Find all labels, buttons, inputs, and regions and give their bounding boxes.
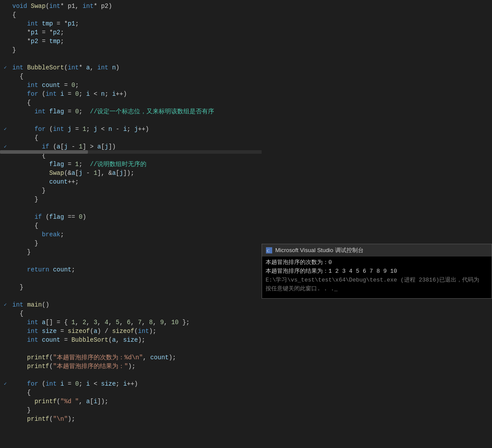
code-text: int BubbleSort(int* a, int n) — [11, 63, 120, 72]
code-line — [0, 116, 492, 125]
code-line — [0, 371, 492, 379]
line-gutter: ✓ — [0, 125, 11, 134]
code-text: printf("本趟冒泡排序的次数为：%d\n", count); — [11, 353, 176, 362]
console-line: 本趟冒泡排序的次数为：0 — [266, 258, 488, 267]
line-gutter: ✓ — [0, 379, 11, 388]
code-line: int count = BubbleSort(a, size); — [0, 336, 492, 344]
code-line — [0, 54, 492, 63]
console-window: C Microsoft Visual Studio 调试控制台 本趟冒泡排序的次… — [262, 244, 492, 299]
code-line: ✓ if (a[j - 1] > a[j]) — [0, 142, 492, 151]
console-line: E:\学习\vs_test\test\x64\Debug\test.exe (进… — [266, 276, 488, 285]
code-text: void Swap(int* p1, int* p2) — [11, 2, 112, 11]
code-text: *p1 = *p2; — [11, 28, 64, 37]
code-line: { — [0, 388, 492, 397]
code-text: if (flag == 0) — [11, 213, 86, 221]
code-text: break; — [11, 230, 64, 239]
code-text: int flag = 0; //设定一个标志位，又来标明该数组是否有序 — [11, 107, 214, 116]
code-text: printf("%d ", a[i]); — [11, 397, 109, 406]
code-line: } — [0, 46, 492, 54]
code-text: { — [11, 134, 38, 142]
code-line: ✓int main() — [0, 300, 492, 309]
console-title: Microsoft Visual Studio 调试控制台 — [275, 246, 364, 254]
code-text: } — [11, 186, 46, 195]
console-line: 本趟冒泡排序的结果为：1 2 3 4 5 6 7 8 9 10 — [266, 267, 488, 276]
code-line: { — [0, 221, 492, 230]
code-line: *p1 = *p2; — [0, 28, 492, 37]
code-text: return count; — [11, 265, 75, 274]
code-line: { — [0, 309, 492, 318]
code-line: flag = 1; //说明数组时无序的 — [0, 160, 492, 169]
code-text: *p2 = tmp; — [11, 37, 64, 46]
code-line: ✓ for (int i = 0; i < size; i++) — [0, 379, 492, 388]
code-text: count++; — [11, 177, 79, 186]
code-line: if (flag == 0) — [0, 213, 492, 221]
code-line: { — [0, 98, 492, 107]
code-text: { — [11, 309, 23, 318]
code-line: { — [0, 11, 492, 19]
code-text: int a[] = { 1, 2, 3, 4, 5, 6, 7, 8, 9, 1… — [11, 318, 190, 327]
code-text: int count = 0; — [11, 81, 79, 90]
code-text: { — [11, 72, 23, 81]
line-gutter: ✓ — [0, 300, 11, 309]
console-titlebar: C Microsoft Visual Studio 调试控制台 — [262, 244, 492, 257]
code-text: } — [11, 239, 38, 248]
line-gutter: ✓ — [0, 142, 11, 151]
code-line: printf("\n"); — [0, 415, 492, 423]
code-line — [0, 344, 492, 353]
code-line: int size = sizeof(a) / sizeof(int); — [0, 327, 492, 336]
code-line: int flag = 0; //设定一个标志位，又来标明该数组是否有序 — [0, 107, 492, 116]
code-line: ✓int BubbleSort(int* a, int n) — [0, 63, 492, 72]
code-line: void Swap(int* p1, int* p2) — [0, 2, 492, 11]
code-line: } — [0, 406, 492, 415]
code-line: for (int i = 0; i < n; i++) — [0, 90, 492, 98]
code-line: count++; — [0, 177, 492, 186]
code-line: int tmp = *p1; — [0, 19, 492, 28]
code-text: int main() — [11, 300, 49, 309]
code-text: flag = 1; //说明数组时无序的 — [11, 160, 146, 169]
code-line: break; — [0, 230, 492, 239]
code-text: { — [11, 388, 31, 397]
editor-area: void Swap(int* p1, int* p2){ int tmp = *… — [0, 0, 492, 448]
code-text: } — [11, 46, 16, 54]
code-text: for (int j = 1; j < n - i; j++) — [11, 125, 149, 134]
code-line — [0, 204, 492, 213]
console-icon: C — [266, 247, 273, 254]
code-line: } — [0, 186, 492, 195]
code-line: Swap(&a[j - 1], &a[j]); — [0, 169, 492, 177]
horizontal-scrollbar[interactable] — [0, 150, 262, 154]
code-line: printf("本趟冒泡排序的次数为：%d\n", count); — [0, 353, 492, 362]
svg-text:C: C — [267, 249, 270, 253]
console-line: 按任意键关闭此窗口. . ._ — [266, 285, 488, 293]
code-text: int tmp = *p1; — [11, 19, 79, 28]
code-text: for (int i = 0; i < size; i++) — [11, 379, 138, 388]
code-line: *p2 = tmp; — [0, 37, 492, 46]
code-text: int count = BubbleSort(a, size); — [11, 336, 146, 344]
code-text: if (a[j - 1] > a[j]) — [11, 142, 116, 151]
code-text: { — [11, 98, 31, 107]
code-text: for (int i = 0; i < n; i++) — [11, 90, 127, 98]
code-line: int a[] = { 1, 2, 3, 4, 5, 6, 7, 8, 9, 1… — [0, 318, 492, 327]
code-line: ✓ for (int j = 1; j < n - i; j++) — [0, 125, 492, 134]
code-text: } — [11, 195, 38, 204]
code-text: } — [11, 248, 31, 257]
code-container: void Swap(int* p1, int* p2){ int tmp = *… — [0, 0, 492, 448]
code-text: printf("\n"); — [11, 415, 75, 423]
code-line: printf("%d ", a[i]); — [0, 397, 492, 406]
code-text: int size = sizeof(a) / sizeof(int); — [11, 327, 157, 336]
code-text: Swap(&a[j - 1], &a[j]); — [11, 169, 134, 177]
code-line: { — [0, 134, 492, 142]
line-gutter: ✓ — [0, 63, 11, 72]
code-line: { — [0, 72, 492, 81]
console-body: 本趟冒泡排序的次数为：0本趟冒泡排序的结果为：1 2 3 4 5 6 7 8 9… — [262, 257, 492, 298]
code-line: } — [0, 195, 492, 204]
code-line: printf("本趟冒泡排序的结果为："); — [0, 362, 492, 371]
code-text: { — [11, 221, 38, 230]
code-text: } — [11, 283, 23, 292]
code-line: int count = 0; — [0, 81, 492, 90]
code-text: { — [11, 11, 16, 19]
scrollbar-thumb[interactable] — [0, 150, 88, 154]
code-text: printf("本趟冒泡排序的结果为："); — [11, 362, 135, 371]
code-text: } — [11, 406, 31, 415]
